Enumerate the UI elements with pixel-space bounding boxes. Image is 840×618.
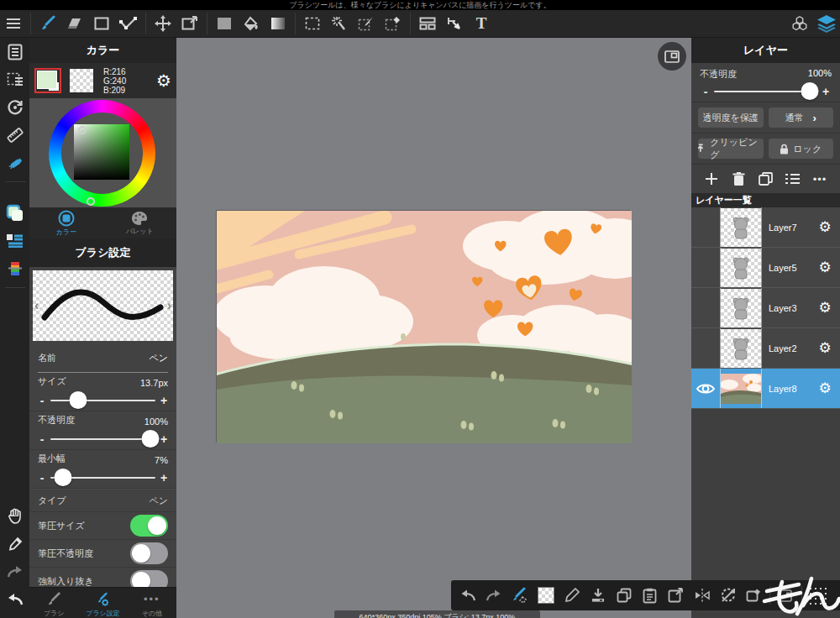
- transform-tool-icon[interactable]: [176, 10, 203, 38]
- color-swatches-icon[interactable]: [0, 199, 29, 227]
- save-icon[interactable]: [585, 583, 611, 608]
- flip-horizontal-icon[interactable]: [689, 583, 715, 608]
- pressure-opacity-toggle[interactable]: [130, 542, 168, 564]
- hue-cursor[interactable]: [87, 197, 95, 206]
- export-icon[interactable]: [663, 583, 689, 608]
- fill-swatch-icon[interactable]: [211, 10, 238, 38]
- copy-icon[interactable]: [611, 583, 637, 608]
- minwidth-plus-button[interactable]: +: [158, 471, 170, 484]
- brush-list-icon[interactable]: [0, 227, 29, 254]
- eyedropper-icon[interactable]: [0, 530, 29, 558]
- document-icon[interactable]: [0, 38, 29, 65]
- drag-handle-icon[interactable]: [806, 584, 828, 606]
- layer-opacity-knob[interactable]: [801, 82, 819, 100]
- select-pen-icon[interactable]: [353, 10, 380, 38]
- layer-list-icon[interactable]: [783, 170, 803, 188]
- minwidth-slider-knob[interactable]: [55, 469, 72, 486]
- visibility-toggle[interactable]: [691, 328, 720, 368]
- layer-opacity-minus[interactable]: -: [700, 85, 711, 98]
- polyline-tool-icon[interactable]: [115, 10, 142, 38]
- pen-icon[interactable]: [559, 583, 585, 608]
- text-tool-icon[interactable]: T: [468, 10, 495, 38]
- redo-icon[interactable]: [480, 583, 507, 608]
- layer-settings-gear-icon[interactable]: ⚙: [810, 207, 840, 247]
- size-minus-button[interactable]: -: [36, 394, 48, 407]
- select-rect-icon[interactable]: [299, 10, 326, 38]
- hand-tool-icon[interactable]: [0, 502, 29, 530]
- visibility-toggle[interactable]: [691, 288, 720, 327]
- layer-thumbnail: [721, 329, 761, 368]
- size-slider-knob[interactable]: [69, 391, 87, 409]
- layer-row[interactable]: Layer2 ⚙: [691, 328, 840, 369]
- layer-opacity-plus[interactable]: +: [820, 85, 832, 98]
- visibility-toggle[interactable]: [691, 248, 720, 287]
- menu-icon[interactable]: [0, 10, 27, 38]
- add-layer-icon[interactable]: [701, 170, 722, 188]
- more-options-icon[interactable]: •••: [810, 170, 830, 188]
- lock-button[interactable]: ロック: [769, 139, 834, 159]
- fullscreen-icon[interactable]: [773, 583, 799, 608]
- layer-settings-gear-icon[interactable]: ⚙: [810, 288, 840, 327]
- bucket-tool-icon[interactable]: [238, 10, 265, 38]
- navigator-window-button[interactable]: [658, 42, 686, 71]
- brush-next-icon[interactable]: ›: [167, 298, 171, 313]
- gradient-tool-icon[interactable]: [265, 10, 291, 38]
- visibility-toggle[interactable]: [691, 369, 720, 408]
- size-plus-button[interactable]: +: [158, 394, 170, 407]
- layer-settings-gear-icon[interactable]: ⚙: [810, 328, 840, 368]
- eraser-tool-icon[interactable]: [61, 10, 88, 38]
- paste-icon[interactable]: [637, 583, 663, 608]
- cursor-select-icon[interactable]: [441, 10, 468, 38]
- tab-palette[interactable]: パレット: [103, 207, 177, 238]
- rectangle-tool-icon[interactable]: [88, 10, 115, 38]
- layer-row[interactable]: Layer5 ⚙: [691, 248, 840, 288]
- select-pen-mode-icon[interactable]: [507, 583, 533, 608]
- brush-name-row[interactable]: 名前 ペン: [29, 344, 176, 372]
- undo-icon[interactable]: [0, 585, 29, 613]
- selection-list-icon[interactable]: [0, 65, 29, 93]
- material-cube-icon[interactable]: [786, 10, 813, 38]
- layer-row[interactable]: Layer7 ⚙: [691, 207, 840, 248]
- layer-settings-gear-icon[interactable]: ⚙: [810, 369, 840, 408]
- opacity-plus-button[interactable]: +: [158, 432, 170, 446]
- move-tool-icon[interactable]: [150, 10, 176, 38]
- tab-brush-settings[interactable]: ブラシ設定: [78, 588, 127, 618]
- undo-icon[interactable]: [454, 583, 480, 608]
- rotate-reset-icon[interactable]: [0, 93, 29, 121]
- tab-brush[interactable]: ブラシ: [29, 588, 78, 618]
- brush-prev-icon[interactable]: ‹: [34, 298, 39, 313]
- tab-color[interactable]: カラー: [29, 207, 103, 238]
- share-material-icon[interactable]: [741, 583, 767, 608]
- protect-alpha-button[interactable]: 透明度を保護: [698, 107, 764, 128]
- layer-row-selected[interactable]: Layer8 ⚙: [691, 369, 840, 409]
- transparent-color-icon[interactable]: [533, 583, 559, 608]
- opacity-minus-button[interactable]: -: [36, 432, 48, 446]
- transparent-color-swatch[interactable]: [70, 69, 93, 92]
- tab-other[interactable]: ••• その他: [128, 588, 176, 618]
- rainbow-palette-icon[interactable]: [0, 254, 29, 282]
- airbrush-icon[interactable]: [0, 149, 29, 176]
- pressure-size-toggle[interactable]: [130, 515, 168, 537]
- canvas[interactable]: [216, 210, 631, 443]
- color-settings-gear-icon[interactable]: ⚙: [156, 71, 171, 91]
- ruler-icon[interactable]: [0, 121, 29, 149]
- minwidth-minus-button[interactable]: -: [36, 471, 48, 484]
- redo-icon[interactable]: [0, 558, 29, 585]
- delete-layer-icon[interactable]: [728, 170, 748, 188]
- visibility-toggle[interactable]: [691, 207, 720, 247]
- brush-type-row[interactable]: タイプ ペン: [29, 489, 176, 511]
- magic-wand-icon[interactable]: [326, 10, 353, 38]
- layer-row[interactable]: Layer3 ⚙: [691, 288, 840, 328]
- panel-divide-icon[interactable]: [414, 10, 441, 38]
- clipping-button[interactable]: クリッピング: [698, 139, 764, 159]
- foreground-color-swatch[interactable]: [34, 68, 61, 93]
- brush-tool-icon[interactable]: [34, 10, 61, 38]
- opacity-slider-knob[interactable]: [141, 430, 159, 448]
- layer-settings-gear-icon[interactable]: ⚙: [810, 248, 840, 287]
- reset-rotation-icon[interactable]: [715, 583, 741, 608]
- select-eraser-icon[interactable]: [380, 10, 407, 38]
- blend-mode-button[interactable]: 通常 ›: [769, 107, 834, 128]
- duplicate-layer-icon[interactable]: [756, 170, 776, 188]
- sv-cursor[interactable]: [78, 126, 87, 134]
- layers-icon[interactable]: [813, 10, 840, 38]
